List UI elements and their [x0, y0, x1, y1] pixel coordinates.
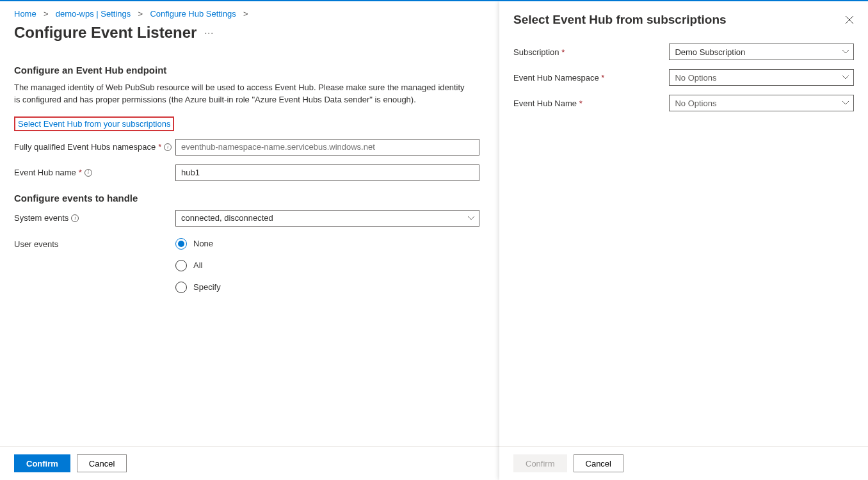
system-events-label: System events i: [14, 213, 175, 223]
close-icon[interactable]: [845, 15, 854, 24]
info-icon[interactable]: i: [84, 169, 92, 177]
system-events-row: System events i: [14, 210, 485, 227]
subscription-label-text: Subscription: [513, 47, 559, 57]
ehnamespace-select[interactable]: [669, 69, 854, 86]
main-panel: Home > demo-wps | Settings > Configure H…: [0, 1, 499, 480]
hubname-input[interactable]: [175, 164, 479, 181]
side-footer: Confirm Cancel: [499, 446, 868, 480]
content: Configure an Event Hub endpoint The mana…: [0, 65, 499, 293]
page-title-row: Configure Event Listener ···: [0, 19, 499, 53]
radio-icon: [175, 260, 187, 271]
panel-confirm-button: Confirm: [513, 454, 567, 472]
hubname-row: Event Hub name * i: [14, 164, 485, 181]
required-marker: *: [158, 142, 161, 152]
more-menu-icon[interactable]: ···: [204, 28, 214, 38]
side-title: Select Event Hub from subscriptions: [513, 13, 727, 27]
radio-specify-label: Specify: [193, 282, 221, 292]
radio-specify[interactable]: Specify: [175, 282, 221, 293]
endpoint-heading: Configure an Event Hub endpoint: [14, 65, 485, 76]
chevron-right-icon: >: [41, 9, 51, 19]
chevron-right-icon: >: [136, 9, 145, 19]
ehnamespace-row: Event Hub Namespace *: [513, 69, 854, 86]
side-panel: Select Event Hub from subscriptions Subs…: [499, 1, 868, 480]
select-from-subscriptions-link[interactable]: Select Event Hub from your subscriptions: [14, 116, 174, 131]
ehname-select[interactable]: [669, 95, 854, 111]
ehname-label-text: Event Hub Name: [513, 99, 577, 108]
info-icon[interactable]: i: [71, 214, 79, 222]
namespace-input[interactable]: [175, 139, 479, 156]
side-content: Subscription * Event Hub Namespace * Eve…: [499, 38, 868, 125]
system-events-label-text: System events: [14, 213, 68, 223]
required-marker: *: [79, 168, 82, 177]
namespace-label: Fully qualified Event Hubs namespace * i: [14, 142, 175, 152]
radio-none[interactable]: None: [175, 238, 221, 250]
subscription-label: Subscription *: [513, 47, 669, 57]
breadcrumb-configure-hub[interactable]: Configure Hub Settings: [150, 9, 236, 19]
radio-none-label: None: [193, 239, 213, 248]
breadcrumb-settings[interactable]: demo-wps | Settings: [56, 9, 131, 19]
ehname-label: Event Hub Name *: [513, 99, 669, 108]
breadcrumb-home[interactable]: Home: [14, 9, 36, 19]
namespace-label-text: Fully qualified Event Hubs namespace: [14, 142, 156, 152]
ehname-select-wrap: [669, 95, 854, 111]
hubname-label: Event Hub name * i: [14, 168, 175, 177]
user-events-label: User events: [14, 236, 175, 249]
events-heading: Configure events to handle: [14, 193, 485, 204]
user-events-radio-group: None All Specify: [175, 236, 221, 293]
side-header: Select Event Hub from subscriptions: [499, 1, 868, 38]
ehname-row: Event Hub Name *: [513, 95, 854, 111]
user-events-row: User events None All Specify: [14, 236, 485, 293]
required-marker: *: [601, 73, 604, 83]
system-events-select[interactable]: [175, 210, 479, 227]
radio-icon: [175, 282, 187, 293]
namespace-row: Fully qualified Event Hubs namespace * i: [14, 139, 485, 156]
required-marker: *: [561, 47, 565, 57]
cancel-button[interactable]: Cancel: [77, 454, 127, 472]
radio-all-label: All: [193, 260, 202, 270]
hubname-label-text: Event Hub name: [14, 168, 76, 177]
subscription-select-wrap: [669, 44, 854, 60]
confirm-button[interactable]: Confirm: [14, 454, 70, 472]
radio-icon: [175, 238, 187, 250]
panel-cancel-button[interactable]: Cancel: [574, 454, 623, 472]
system-events-select-wrap: [175, 210, 479, 227]
required-marker: *: [579, 99, 583, 108]
user-events-label-text: User events: [14, 239, 58, 249]
subscription-row: Subscription *: [513, 44, 854, 60]
endpoint-description: The managed identity of Web PubSub resou…: [14, 82, 469, 106]
breadcrumb: Home > demo-wps | Settings > Configure H…: [0, 1, 499, 19]
main-footer: Confirm Cancel: [0, 446, 499, 480]
ehnamespace-select-wrap: [669, 69, 854, 86]
info-icon[interactable]: i: [164, 143, 172, 151]
chevron-right-icon: >: [241, 9, 248, 19]
page-title: Configure Event Listener: [14, 24, 197, 42]
subscription-select[interactable]: [669, 44, 854, 60]
radio-all[interactable]: All: [175, 260, 221, 271]
ehnamespace-label-text: Event Hub Namespace: [513, 73, 599, 83]
ehnamespace-label: Event Hub Namespace *: [513, 73, 669, 83]
